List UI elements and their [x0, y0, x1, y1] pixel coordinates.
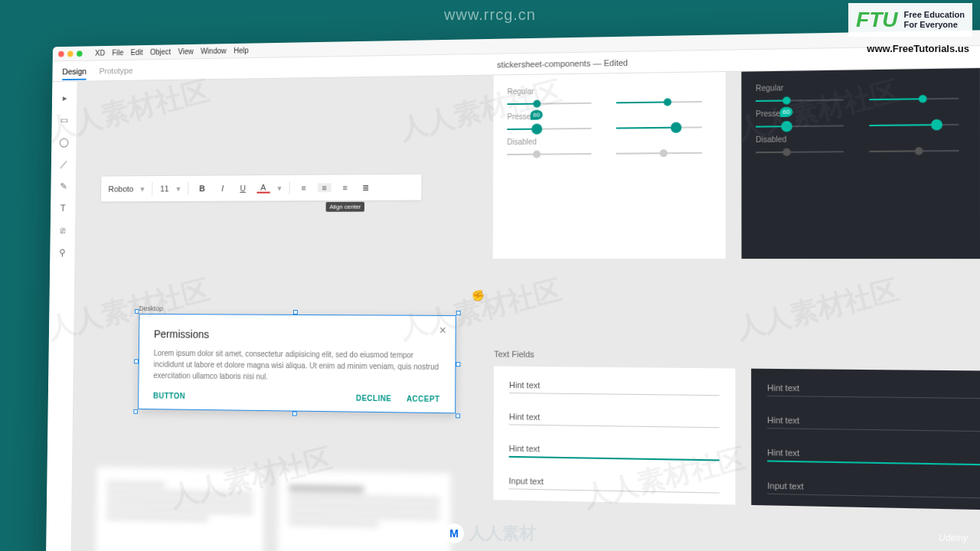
text-tool-icon[interactable]: T: [57, 203, 69, 214]
decline-button[interactable]: DECLINE: [356, 394, 391, 403]
textfield-input[interactable]: Input text: [508, 473, 719, 494]
tab-prototype[interactable]: Prototype: [100, 66, 133, 75]
slider-dark-regular-b[interactable]: [869, 98, 959, 101]
slider-disabled-a: [507, 153, 591, 155]
dialog-body: Lorem ipsum dolor sit amet, consectetur …: [153, 347, 439, 384]
text-fields-dark[interactable]: Hint text Hint text Hint text Input text: [751, 369, 980, 510]
sliders-light-artboard[interactable]: Regular Pressed 60 Disabled: [493, 72, 726, 259]
app-name: XD: [95, 49, 105, 57]
select-tool-icon[interactable]: ▸: [59, 92, 70, 104]
rect-tool-icon[interactable]: ▭: [58, 114, 70, 126]
align-right-icon[interactable]: ≡: [338, 183, 352, 192]
align-center-icon[interactable]: ≡: [318, 183, 331, 192]
blurred-cards: [96, 467, 451, 551]
underline-button[interactable]: U: [237, 184, 250, 193]
font-size-select[interactable]: 11: [160, 184, 169, 194]
textfield-dark-hint-2[interactable]: Hint text: [767, 412, 980, 432]
sliders-dark-artboard[interactable]: Regular Pressed 60 Disabled: [741, 68, 980, 259]
slider-dark-pressed-b[interactable]: [869, 124, 959, 126]
document-title: stickersheet-components — Edited: [497, 57, 628, 69]
window-controls[interactable]: [58, 51, 82, 57]
hand-cursor-icon: ✊: [472, 289, 485, 302]
slider-regular-b[interactable]: [616, 101, 702, 103]
textfield-dark-input[interactable]: Input text: [767, 478, 980, 498]
line-tool-icon[interactable]: ／: [58, 158, 70, 171]
textfield-dark-hint-1[interactable]: Hint text: [767, 380, 980, 399]
zoom-tool-icon[interactable]: ⚲: [57, 246, 68, 258]
menu-help[interactable]: Help: [234, 47, 249, 55]
renren-logo-icon: M: [444, 523, 464, 543]
close-icon[interactable]: ×: [439, 324, 446, 337]
textfield-hint-1[interactable]: Hint text: [509, 377, 720, 396]
artboard-tool-icon[interactable]: ⎚: [57, 224, 68, 236]
menu-view[interactable]: View: [178, 47, 193, 56]
text-fields-light[interactable]: Hint text Hint text Hint text Input text: [493, 367, 735, 505]
top-watermark-url: www.rrcg.cn: [444, 6, 536, 24]
udemy-watermark: Udemy: [939, 533, 968, 543]
italic-button[interactable]: I: [216, 184, 229, 193]
text-format-toolbar: Roboto▾ 11▾ B I U A▾ ≡ ≡ ≡ ≣: [100, 174, 422, 203]
dialog-artboard[interactable]: Desktop × Permissions Lorem ipsum dolor …: [138, 303, 456, 413]
slider-regular-a[interactable]: [507, 103, 591, 105]
ftu-url: www.FreeTutorials.us: [867, 43, 969, 54]
ftu-logo: FTU: [856, 8, 897, 32]
renren-watermark: M 人人素材: [444, 522, 536, 545]
slider-pressed-a[interactable]: 60: [507, 128, 591, 130]
accept-button[interactable]: ACCEPT: [407, 394, 440, 403]
slider-state-disabled: Disabled: [507, 132, 711, 149]
textfield-hint-focus[interactable]: Hint text: [509, 441, 720, 461]
menu-window[interactable]: Window: [201, 47, 227, 55]
textfield-dark-hint-focus[interactable]: Hint text: [767, 445, 980, 466]
align-left-icon[interactable]: ≡: [297, 183, 310, 192]
slider-dark-regular-a[interactable]: [756, 99, 844, 102]
align-tooltip: Align center: [326, 202, 365, 212]
dialog-title: Permissions: [154, 328, 440, 342]
dialog-button-left[interactable]: BUTTON: [153, 392, 185, 400]
canvas[interactable]: Roboto▾ 11▾ B I U A▾ ≡ ≡ ≡ ≣ Align cente…: [71, 68, 980, 551]
ftu-badge: FTU Free EducationFor Everyone: [848, 3, 972, 37]
app-window: XD File Edit Object View Window Help Des…: [46, 29, 980, 551]
align-justify-icon[interactable]: ≣: [359, 182, 373, 192]
slider-dark-disabled-a: [756, 151, 844, 153]
permissions-dialog[interactable]: × Permissions Lorem ipsum dolor sit amet…: [138, 314, 456, 413]
textfield-hint-2[interactable]: Hint text: [509, 409, 720, 428]
slider-dark-pressed-a[interactable]: 60: [756, 125, 844, 127]
slider-state-disabled-dark: Disabled: [756, 130, 969, 147]
font-family-select[interactable]: Roboto: [108, 184, 133, 194]
menu-file[interactable]: File: [112, 48, 123, 57]
pen-tool-icon[interactable]: ✎: [57, 181, 69, 192]
ellipse-tool-icon[interactable]: ◯: [58, 136, 70, 148]
slider-pressed-b[interactable]: [616, 126, 702, 129]
menu-edit[interactable]: Edit: [131, 48, 143, 57]
text-color-button[interactable]: A: [256, 183, 270, 194]
tab-design[interactable]: Design: [62, 67, 87, 80]
slider-dark-disabled-b: [870, 150, 959, 152]
menu-object[interactable]: Object: [150, 47, 171, 56]
slider-disabled-b: [616, 152, 702, 155]
text-fields-section-label: Text Fields: [494, 349, 534, 359]
bold-button[interactable]: B: [196, 184, 209, 193]
